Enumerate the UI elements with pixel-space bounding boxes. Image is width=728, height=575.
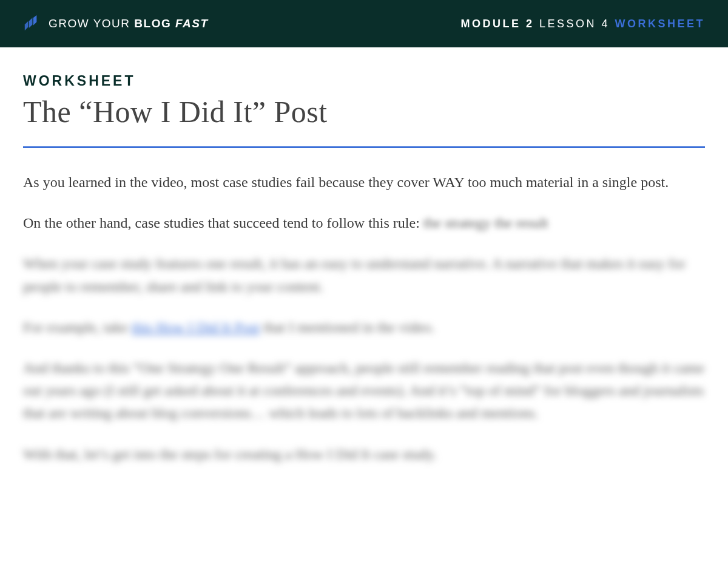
module-number: MODULE 2 [460,18,534,30]
blurred-paragraph-4: With that, let’s get into the steps for … [23,443,705,466]
brand-part2: BLOG [134,17,175,30]
blurred-paragraph-3: And thanks to this “One Strategy One Res… [23,357,705,425]
blurred-paragraph-2: For example, take this How I Did It Post… [23,316,705,339]
title-divider [23,146,705,148]
content-area: WORKSHEET The “How I Did It” Post As you… [0,47,728,466]
brand-logo-icon [23,15,40,32]
blurred-link: this How I Did It Post [132,319,260,335]
page-header: GROW YOUR BLOG FAST MODULE 2 LESSON 4 WO… [0,0,728,47]
worksheet-page: GROW YOUR BLOG FAST MODULE 2 LESSON 4 WO… [0,0,728,575]
paragraph-1: As you learned in the video, most case s… [23,171,705,194]
blurred-paragraph-1: When your case study features one result… [23,253,705,298]
brand-part3: FAST [175,17,209,30]
page-title: The “How I Did It” Post [23,94,705,129]
body-text: As you learned in the video, most case s… [23,171,705,466]
module-lesson-label: MODULE 2 LESSON 4 WORKSHEET [460,18,705,30]
paragraph-2-lead: On the other hand, case studies that suc… [23,215,423,231]
paragraph-2-blurred: the strategy the result [423,212,548,234]
brand: GROW YOUR BLOG FAST [23,15,209,32]
brand-part1: GROW YOUR [49,17,134,30]
paragraph-2: On the other hand, case studies that suc… [23,212,705,234]
worksheet-label: WORKSHEET [615,18,706,30]
blurred-para2-a: For example, take [23,319,132,335]
blurred-para2-b: that I mentioned in the video. [260,319,435,335]
brand-title: GROW YOUR BLOG FAST [49,17,209,30]
eyebrow: WORKSHEET [23,73,705,89]
lesson-number: LESSON 4 [534,18,615,30]
